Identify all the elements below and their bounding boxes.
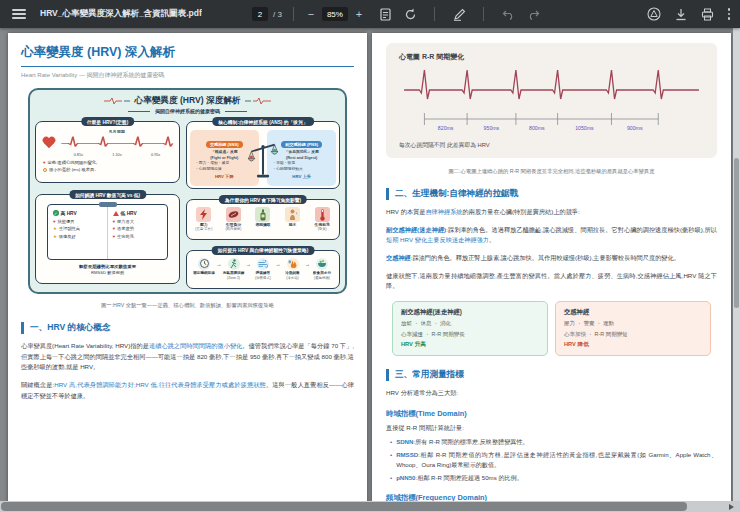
cold-heat-icon <box>287 258 299 270</box>
highlighted-text: 自律神經系統 <box>425 208 462 215</box>
panel-interpret-hrv: 如何解讀 HRV 數值?(高 vs 低) ✓高 HRV ♥狀態優異 ★生理韌性高… <box>35 194 180 284</box>
section2-paragraph: HRV 的本質是自律神經系統的兩股力量在心臟(特別是竇房結)上的競爭: <box>386 207 717 218</box>
interval-value: 0.95s <box>151 153 160 157</box>
section3-intro: HRV 分析通常分為三大類: <box>386 388 717 399</box>
decline-tile: 壓力 (焦慮·工作) <box>190 207 217 232</box>
interpret-note: RMSSD 數值範例 <box>41 270 174 275</box>
text-run: :踩油門的角色。釋放正腎上腺素,讓心跳加快。其作用較緩慢(秒級),主要影響較長時… <box>411 254 680 261</box>
download-icon[interactable] <box>674 7 688 21</box>
page-number-input[interactable]: 2 <box>252 7 268 21</box>
page-title: 心率變異度 (HRV) 深入解析 <box>21 44 354 61</box>
toolbar-divider <box>434 7 435 21</box>
highlighted-text: HRV 高,代表身體調節能力好;HRV 低,往往代表身體承受壓力或處於疲憊狀態 <box>54 381 266 388</box>
sns-result: HRV 下降 <box>193 174 256 179</box>
high-item: 狀態優異 <box>58 219 75 224</box>
balance-scale-icon <box>248 134 278 184</box>
term-parasympathetic: 副交感神經(迷走神經) <box>386 226 446 233</box>
print-icon[interactable] <box>701 7 715 21</box>
thermometer-icon <box>315 207 330 222</box>
document-title: HRV_心率變異度深入解析_含資訊圖表.pdf <box>40 8 202 20</box>
vertical-scrollbar-thumb[interactable] <box>734 158 739 308</box>
define-line: 微小的毫秒 (ms) 級差異。 <box>49 167 99 172</box>
section2-paragraph: 副交感神經(迷走神經):踩剎車的角色。透過釋放乙醯膽鹼,讓心跳減慢、間期拉長。它… <box>386 225 717 246</box>
clipboard-clip <box>99 202 117 207</box>
highlighted-text: 連續心跳之間時間間隔的微小變化 <box>149 342 242 349</box>
ecg-decoration-icon <box>245 97 271 105</box>
sympathetic-box: 交感神經 壓力 ・ 警覺 ・ 運動 心率加快 ・ R-R 間期變短 HRV 降低 <box>555 301 711 357</box>
improve-step: 呼吸練習 (深長慢式) <box>251 258 275 280</box>
text-run: :踩剎車的角色。透過釋放乙醯膽鹼,讓心跳減慢、間期拉長。它對心臟的調控速度極快(… <box>446 226 717 233</box>
panel-header: 如何提升 HRV 與自律神經韌性?(恢復策略) <box>212 246 315 255</box>
check-icon: ✓ <box>53 210 59 216</box>
improve-step: 有氧基礎訓練 (Zone 2) <box>222 258 246 280</box>
interval-value: 0.85s <box>74 153 83 157</box>
title-rule <box>21 66 354 67</box>
section1-paragraph: 心率變異度(Heart Rate Variability, HRV)指的是連續心… <box>21 341 354 373</box>
undo-icon[interactable] <box>501 7 515 21</box>
pns-result: HRV 上升 <box>270 174 333 179</box>
food-bowl-icon <box>316 258 328 270</box>
toolbar-divider <box>293 7 294 21</box>
text-run: 關鍵概念是: <box>21 381 54 388</box>
high-item: 生理韌性高 <box>59 226 80 231</box>
box-title: 副交感神經(迷走神經) <box>401 308 539 317</box>
more-menu-icon[interactable] <box>728 8 731 20</box>
zoom-in-button[interactable]: + <box>353 8 365 20</box>
ecg-trace <box>399 66 704 106</box>
box-line: 心率加快 ・ R-R 間期變短 <box>564 331 702 338</box>
interval-value: 1.10s <box>112 153 121 157</box>
axis-ticks <box>399 112 704 126</box>
dehydration-icon <box>285 207 300 222</box>
panel-header: 核心機制:自律神經系統 (ANS) 的「拔河」 <box>212 117 314 126</box>
box-title: 交感神經 <box>564 308 702 317</box>
figure2-caption: 圖二:心電圖上連續心跳的 R-R 間期長度並非完全相同,這些毫秒級的差異就是心率… <box>386 168 717 175</box>
annotate-pen-icon[interactable] <box>452 7 466 21</box>
metric-bullet: RMSSD:相鄰 R-R 間期差值的均方根,是評估迷走神經活性的黃金指標,也是穿… <box>386 450 717 470</box>
heart-bullet-icon: ♥ <box>113 226 116 231</box>
redo-icon[interactable] <box>526 7 540 21</box>
decline-tile: 酒精攝取 <box>249 207 276 232</box>
page-view-icon[interactable] <box>378 7 392 21</box>
high-hrv-title: 高 HRV <box>61 210 77 216</box>
heart-icon <box>42 137 55 149</box>
decline-tile: 生理負擔 (肌肉修復) <box>220 207 247 232</box>
horizontal-scrollbar[interactable] <box>0 501 740 512</box>
divider <box>128 111 150 112</box>
text-run: 的兩股力量在心臟(特別是竇房結)上的競爭: <box>463 208 580 215</box>
pdf-page-left: 心率變異度 (HRV) 深入解析 Heart Rate Variability … <box>8 33 367 501</box>
metric-text: :相鄰 R-R 間期差距超過 50ms 的比例。 <box>415 474 522 481</box>
vertical-scrollbar[interactable] <box>733 28 740 501</box>
box-result: HRV 降低 <box>564 341 702 349</box>
decline-tile: 生病前兆 (發炎) <box>309 207 336 232</box>
metric-term: RMSSD <box>396 451 418 458</box>
high-item: 恢復良好 <box>59 234 76 239</box>
metric-term: SDNN <box>396 438 413 445</box>
interval-label: 900ms <box>627 125 643 131</box>
interval-label: 820ms <box>438 125 454 131</box>
menu-icon[interactable] <box>12 9 26 19</box>
mini-ecg-trace <box>59 134 175 149</box>
interval-axis: 820ms 950ms 800ms 1050ms 900ms <box>399 112 704 136</box>
interpret-note: 觀察長期趨勢比單次數值重要 <box>41 264 174 269</box>
save-to-drive-icon[interactable] <box>647 7 661 21</box>
section3-heading: 三、常用測量指標 <box>386 369 717 381</box>
figure1-caption: 圖一:HRV 全貌一覽——定義、核心機制、數值解讀、影響因素與恢復策略 <box>21 302 354 309</box>
text-run: HRV 的本質是 <box>386 208 425 215</box>
horizontal-scrollbar-thumb[interactable] <box>1 502 687 511</box>
low-item: 壓力過大 <box>117 219 134 224</box>
section2-paragraph: 健康狀態下,這兩股力量持續地細微調整,產生豐富的變異性。當人處於壓力、疲勞、生病… <box>386 271 717 292</box>
sleep-clock-icon <box>198 258 210 270</box>
rotate-icon[interactable] <box>403 7 417 21</box>
box-line: 心率減慢 ・ R-R 間期變長 <box>401 331 539 338</box>
scroll-right-button[interactable] <box>725 501 738 512</box>
zoom-level[interactable]: 85% <box>322 7 348 21</box>
low-hrv-title: 低 HRV <box>121 210 137 216</box>
time-domain-heading: 時域指標(Time Domain) <box>386 409 717 419</box>
breath-wind-icon <box>257 258 269 270</box>
define-line: 定義:連續心跳間隔的變化, <box>48 160 98 165</box>
freq-domain-heading: 頻域指標(Frequency Domain) <box>386 493 717 501</box>
pdf-toolbar: HRV_心率變異度深入解析_含資訊圖表.pdf 2 / 3 − 85% + <box>0 0 740 28</box>
clipboard: ✓高 HRV ♥狀態優異 ★生理韌性高 ★恢復良好 低 HRV ♥壓力過大 ♥過… <box>47 204 168 260</box>
zoom-out-button[interactable]: − <box>305 8 317 20</box>
heart-bullet-icon: ♥ <box>43 160 46 165</box>
